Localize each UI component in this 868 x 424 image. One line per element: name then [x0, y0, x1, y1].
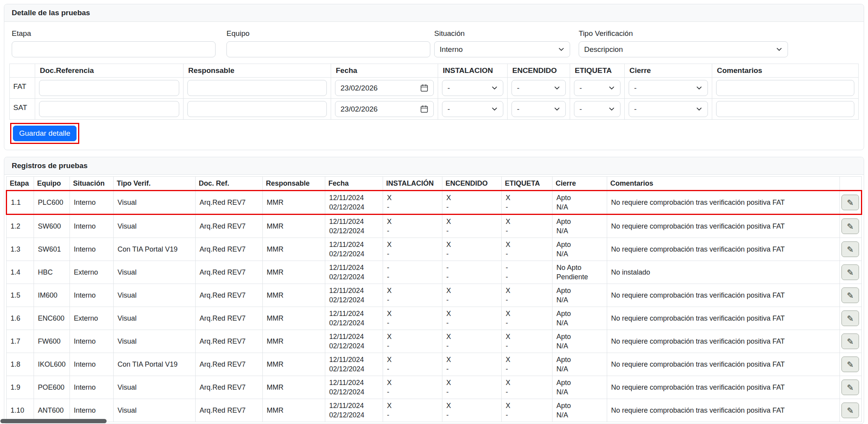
cell-etapa: 1.10	[7, 399, 34, 422]
cell-instalacion: X-	[383, 284, 442, 307]
cell-etapa: 1.6	[7, 307, 34, 330]
edit-row-button[interactable]: ✎	[841, 287, 859, 303]
cierre-select[interactable]: -	[629, 80, 708, 96]
etiqueta-select[interactable]: -	[574, 101, 620, 117]
pencil-icon: ✎	[847, 383, 854, 392]
doc-referencia-input[interactable]	[39, 101, 179, 117]
pencil-icon: ✎	[847, 245, 854, 254]
cierre-select-value: -	[634, 105, 636, 114]
records-column-header: ENCENDIDO	[442, 177, 502, 191]
pencil-icon: ✎	[847, 337, 854, 346]
save-button[interactable]: Guardar detalle	[13, 126, 77, 141]
cell-etiqueta: X-	[502, 330, 553, 353]
cell-cierre: AptoN/A	[553, 330, 607, 353]
pencil-icon: ✎	[847, 291, 854, 300]
equipo-input[interactable]	[226, 41, 430, 57]
cell-etiqueta: X-	[502, 376, 553, 399]
edit-row-button[interactable]: ✎	[841, 380, 859, 395]
cell-etapa: 1.9	[7, 376, 34, 399]
edit-row-button[interactable]: ✎	[841, 264, 859, 280]
instalacion-select[interactable]: -	[442, 101, 503, 117]
etiqueta-select[interactable]: -	[574, 80, 620, 96]
edit-row-button[interactable]: ✎	[841, 334, 859, 349]
cell-equipo: ANT600	[34, 399, 70, 422]
cell-instalacion: X-	[383, 330, 442, 353]
cell-equipo: IKOL600	[34, 353, 70, 376]
fecha-date-input[interactable]: 23/02/2026	[335, 80, 434, 96]
detail-column-header: ENCENDIDO	[508, 64, 570, 78]
cell-responsable: MMR	[263, 307, 325, 330]
cell-doc-ref: Arq.Red REV7	[196, 376, 263, 399]
cell-comentarios: No instalado	[607, 261, 840, 284]
encendido-select[interactable]: -	[512, 80, 566, 96]
tipo-verificacion-field: Tipo Verificación Descripcion	[579, 29, 788, 57]
edit-row-button[interactable]: ✎	[841, 195, 859, 210]
cell-doc-ref: Arq.Red REV7	[196, 261, 263, 284]
chevron-down-icon	[491, 85, 498, 91]
cell-equipo: POE600	[34, 376, 70, 399]
edit-row-button[interactable]: ✎	[841, 218, 859, 234]
cell-etapa: 1.3	[7, 238, 34, 261]
cell-cierre: No AptoPendiente	[553, 261, 607, 284]
cell-doc-ref: Arq.Red REV7	[196, 191, 263, 215]
cell-equipo: SW601	[34, 238, 70, 261]
instalacion-select[interactable]: -	[442, 80, 503, 96]
edit-row-button[interactable]: ✎	[841, 241, 859, 257]
cell-tipo-verif: Visual	[114, 399, 196, 422]
detail-column-header: ETIQUETA	[570, 64, 625, 78]
detail-column-header: Cierre	[625, 64, 712, 78]
etapa-input[interactable]	[12, 41, 216, 57]
detail-column-header: INSTALACION	[438, 64, 508, 78]
cell-instalacion: X-	[383, 399, 442, 422]
encendido-select[interactable]: -	[512, 101, 566, 117]
cell-doc-ref: Arq.Red REV7	[196, 215, 263, 238]
edit-row-button[interactable]: ✎	[841, 310, 859, 326]
horizontal-scrollbar-thumb[interactable]	[0, 419, 107, 423]
record-row-1.5: 1.5IM600InternoVisualArq.Red REV7MMR12/1…	[7, 284, 862, 307]
situacion-select[interactable]: Interno	[434, 41, 570, 57]
cierre-select[interactable]: -	[629, 101, 708, 117]
cell-comentarios: No requiere comprobación tras verificaci…	[607, 330, 840, 353]
encendido-select-value: -	[517, 84, 519, 92]
cell-instalacion: X-	[383, 353, 442, 376]
cell-etiqueta: X-	[502, 215, 553, 238]
responsable-input[interactable]	[187, 80, 327, 96]
cell-comentarios: No requiere comprobación tras verificaci…	[607, 307, 840, 330]
cell-etapa: 1.7	[7, 330, 34, 353]
cell-responsable: MMR	[263, 399, 325, 422]
cell-instalacion: X-	[383, 307, 442, 330]
calendar-icon[interactable]	[420, 84, 428, 92]
cell-equipo: SW600	[34, 215, 70, 238]
comentarios-input[interactable]	[716, 80, 854, 96]
cell-comentarios: No requiere comprobación tras verificaci…	[607, 284, 840, 307]
cell-instalacion: X-	[383, 191, 442, 215]
cell-etapa: 1.1	[7, 191, 34, 215]
responsable-input[interactable]	[187, 101, 327, 117]
cell-doc-ref: Arq.Red REV7	[196, 330, 263, 353]
pencil-icon: ✎	[847, 268, 854, 277]
fecha-value: 23/02/2026	[340, 84, 378, 92]
detail-table: Doc.ReferenciaResponsableFechaINSTALACIO…	[9, 64, 859, 120]
instalacion-select-value: -	[447, 105, 450, 114]
detail-panel-title: Detalle de las pruebas	[4, 4, 864, 22]
equipo-label: Equipo	[226, 29, 430, 38]
tipo-verificacion-select[interactable]: Descripcion	[579, 41, 788, 57]
cell-etiqueta: X-	[502, 238, 553, 261]
edit-row-button[interactable]: ✎	[841, 357, 859, 372]
records-column-header: Comentarios	[607, 177, 840, 191]
edit-row-button[interactable]: ✎	[841, 403, 859, 418]
cell-tipo-verif: Visual	[114, 284, 196, 307]
calendar-icon[interactable]	[420, 105, 428, 113]
doc-referencia-input[interactable]	[39, 80, 179, 96]
cell-situacion: Interno	[70, 215, 114, 238]
situacion-label: Situación	[434, 29, 570, 38]
records-column-header: Equipo	[34, 177, 70, 191]
cell-instalacion: --	[383, 261, 442, 284]
detail-table-header-row: Doc.ReferenciaResponsableFechaINSTALACIO…	[10, 64, 859, 78]
cell-tipo-verif: Visual	[114, 376, 196, 399]
detail-row-fat: FAT23/02/2026----	[10, 78, 859, 99]
cell-tipo-verif: Con TIA Portal V19	[114, 238, 196, 261]
cell-encendido: X-	[442, 238, 502, 261]
comentarios-input[interactable]	[716, 101, 854, 117]
fecha-date-input[interactable]: 23/02/2026	[335, 101, 434, 117]
